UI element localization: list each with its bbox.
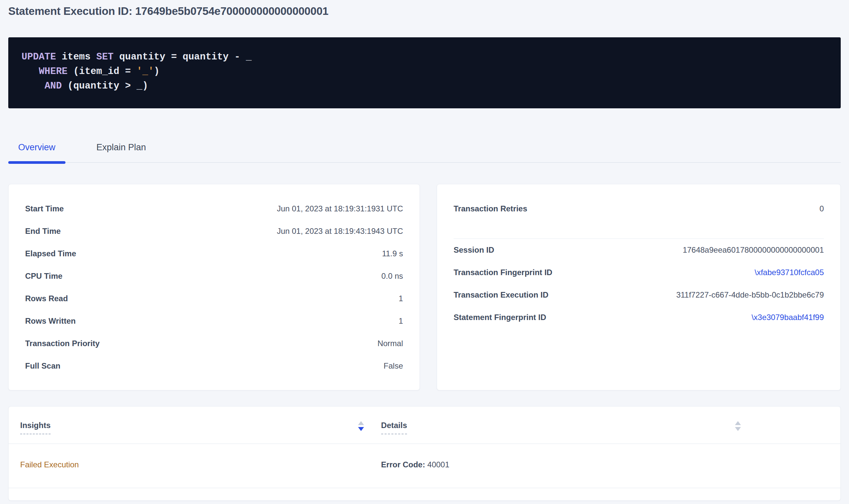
sql-token: '_' (137, 66, 154, 77)
kv-value: Jun 01, 2023 at 18:19:31:1931 UTC (277, 204, 403, 213)
kv-value: False (383, 361, 403, 371)
statement-execution-page: Statement Execution ID: 17649be5b0754e70… (0, 5, 849, 501)
kv-value: 1 (399, 294, 403, 303)
fingerprint-link[interactable]: \xfabe93710fcfca05 (755, 268, 824, 277)
sort-down-triangle-icon (358, 427, 364, 431)
kv-value: Jun 01, 2023 at 18:19:43:1943 UTC (277, 227, 403, 236)
sql-line: UPDATE items SET quantity = quantity - _ (21, 50, 828, 65)
kv-value: 0 (819, 204, 824, 213)
sort-icon[interactable] (735, 421, 741, 431)
kv-value: 11.9 s (382, 249, 403, 258)
kv-label: End Time (25, 227, 71, 236)
sql-token: SET (96, 52, 114, 62)
sql-token: items (56, 52, 96, 62)
sql-token: ) (154, 66, 159, 77)
kv-row: Transaction Retries0 (454, 198, 824, 220)
insights-table-header: Insights Details (8, 407, 841, 444)
kv-label: Transaction Execution ID (454, 290, 558, 300)
kv-label: Statement Fingerprint ID (454, 313, 556, 322)
execution-details-card: Transaction Retries0Session ID17648a9eea… (437, 184, 841, 390)
kv-row: Transaction Execution ID311f7227-c667-4d… (454, 284, 824, 306)
sort-icon[interactable] (358, 421, 364, 431)
insights-table-card: Insights Details Failed ExecutionError C… (8, 406, 841, 501)
page-title: Statement Execution ID: 17649be5b0754e70… (8, 5, 841, 18)
kv-label: Session ID (454, 246, 504, 255)
fingerprint-link[interactable]: \x3e3079baabf41f99 (751, 313, 824, 322)
sql-token: AND (45, 80, 62, 91)
kv-label: Start Time (25, 204, 74, 213)
kv-label: Transaction Retries (454, 204, 537, 213)
tab-overview[interactable]: Overview (8, 142, 66, 162)
kv-value: Normal (378, 339, 403, 348)
sql-token: (quantity > _) (62, 80, 148, 91)
tab-bar: Overview Explain Plan (8, 142, 841, 163)
kv-row: End TimeJun 01, 2023 at 18:19:43:1943 UT… (25, 220, 403, 242)
insights-table-body: Failed ExecutionError Code: 40001 (8, 444, 841, 488)
sql-statement-box: UPDATE items SET quantity = quantity - _… (8, 37, 841, 108)
sql-token: WHERE (39, 66, 67, 77)
insights-column-label[interactable]: Insights (20, 420, 51, 434)
kv-value: 17648a9eea6017800000000000000001 (683, 246, 824, 255)
details-column-header: Details (381, 420, 741, 434)
sql-token (21, 66, 39, 77)
kv-value: 1 (399, 317, 403, 326)
kv-label: CPU Time (25, 271, 72, 281)
kv-row: Elapsed Time11.9 s (25, 242, 403, 265)
kv-label: Rows Written (25, 317, 86, 326)
kv-label: Transaction Priority (25, 339, 109, 348)
sort-down-triangle-icon (735, 427, 741, 431)
kv-row: Rows Written1 (25, 310, 403, 332)
overview-card: Start TimeJun 01, 2023 at 18:19:31:1931 … (8, 184, 420, 390)
kv-row: Full ScanFalse (25, 355, 403, 377)
sort-up-triangle-icon (358, 421, 364, 425)
kv-label: Transaction Fingerprint ID (454, 268, 562, 277)
table-row: Failed ExecutionError Code: 40001 (8, 444, 841, 488)
sql-token: quantity = quantity - _ (114, 52, 252, 62)
kv-row: Transaction PriorityNormal (25, 332, 403, 355)
kv-label: Full Scan (25, 361, 70, 371)
detail-cell: Error Code: 40001 (381, 460, 741, 470)
kv-label: Rows Read (25, 294, 78, 303)
kv-row: Rows Read1 (25, 287, 403, 310)
sql-token: UPDATE (21, 52, 56, 62)
error-code-value: 40001 (425, 460, 449, 469)
error-code-label: Error Code: (381, 460, 425, 469)
details-card-body: Transaction Retries0Session ID17648a9eea… (437, 184, 841, 342)
kv-value: 0.0 ns (382, 271, 403, 281)
kv-row: CPU Time0.0 ns (25, 265, 403, 287)
tab-explain-plan[interactable]: Explain Plan (87, 142, 156, 162)
insight-type-label: Failed Execution (20, 460, 79, 469)
kv-row: Statement Fingerprint ID\x3e3079baabf41f… (454, 306, 824, 329)
sql-code: UPDATE items SET quantity = quantity - _… (21, 50, 828, 93)
sql-line: WHERE (item_id = '_') (21, 65, 828, 79)
sort-up-triangle-icon (735, 421, 741, 425)
insights-column-header: Insights (20, 420, 364, 434)
kv-label: Elapsed Time (25, 249, 86, 258)
kv-value: 311f7227-c667-4dde-b5bb-0c1b2bbe6c79 (676, 290, 824, 300)
sql-token (21, 80, 45, 91)
sql-line: AND (quantity > _) (21, 79, 828, 93)
summary-cards-row: Start TimeJun 01, 2023 at 18:19:31:1931 … (8, 184, 841, 390)
kv-row: Transaction Fingerprint ID\xfabe93710fcf… (454, 261, 824, 284)
kv-row: Session ID17648a9eea60178000000000000000… (454, 239, 824, 261)
sql-token: (item_id = (67, 66, 137, 77)
kv-row: Start TimeJun 01, 2023 at 18:19:31:1931 … (25, 198, 403, 220)
insight-cell: Failed Execution (20, 460, 364, 470)
details-column-label[interactable]: Details (381, 420, 407, 434)
overview-card-body: Start TimeJun 01, 2023 at 18:19:31:1931 … (8, 184, 419, 390)
